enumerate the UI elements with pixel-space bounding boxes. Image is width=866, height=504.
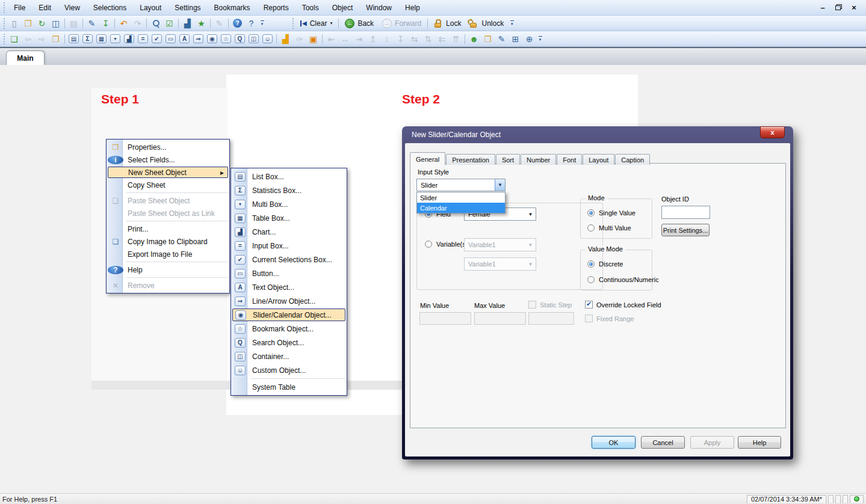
table-viewer-icon[interactable]: ⊞: [509, 32, 522, 46]
menu-item-copy-sheet[interactable]: Copy Sheet: [107, 179, 229, 191]
chart-icon[interactable]: ▟: [122, 32, 136, 46]
menu-selections[interactable]: Selections: [87, 1, 133, 14]
document-properties-icon[interactable]: ❐: [481, 32, 495, 46]
submenu-item-current-selections-box[interactable]: ✔ Current Selections Box...: [231, 253, 347, 266]
toolbar-grip[interactable]: [291, 18, 295, 29]
edit-sheet-properties-icon[interactable]: ✎: [85, 17, 99, 30]
print-icon[interactable]: ▤: [67, 17, 81, 30]
tab-number[interactable]: Number: [521, 154, 556, 165]
input-box-icon[interactable]: =: [136, 32, 150, 46]
submenu-item-custom-object[interactable]: ☺ Custom Object...: [231, 363, 347, 377]
menu-item-new-sheet-object[interactable]: New Sheet Object: [108, 167, 228, 178]
quick-chart-wizard-icon[interactable]: ▟: [279, 32, 292, 46]
submenu-item-system-table[interactable]: System Table: [231, 380, 347, 394]
single-value-radio[interactable]: Single Value: [587, 209, 636, 217]
search-object-icon[interactable]: Q: [233, 32, 247, 46]
undo-layout-icon[interactable]: ↶: [117, 17, 131, 30]
list-box-icon[interactable]: ▤: [67, 32, 81, 46]
menu-item-properties[interactable]: ❐ Properties...: [107, 141, 229, 153]
menu-object[interactable]: Object: [326, 1, 360, 14]
new-document-icon[interactable]: ▯: [7, 17, 21, 30]
menu-help[interactable]: Help: [398, 1, 427, 14]
text-object-icon[interactable]: A: [178, 32, 191, 46]
option-slider[interactable]: Slider: [417, 192, 505, 203]
variables-radio[interactable]: Variable(s): [425, 241, 468, 248]
whats-this-icon[interactable]: ?: [244, 17, 258, 30]
button-icon[interactable]: ▭: [164, 32, 178, 46]
submenu-item-line-arrow-object[interactable]: ⇒ Line/Arrow Object...: [231, 294, 347, 308]
sheet-properties-icon[interactable]: ❐: [49, 32, 63, 46]
tab-sort[interactable]: Sort: [496, 154, 520, 165]
demote-sheet-icon[interactable]: ⇨: [35, 32, 49, 46]
submenu-item-container[interactable]: ◫ Container...: [231, 349, 347, 363]
submenu-item-button[interactable]: ▭ Button...: [231, 266, 347, 280]
promote-sheet-icon[interactable]: ⇦: [21, 32, 35, 46]
custom-object-icon[interactable]: ☺: [261, 32, 274, 46]
menu-item-export-image-to-file[interactable]: Export Image to File: [107, 248, 229, 260]
multi-box-icon[interactable]: ▼: [108, 32, 122, 46]
submenu-item-search-object[interactable]: Q Search Object...: [231, 336, 347, 349]
quick-chart-icon[interactable]: ▟: [181, 17, 194, 30]
add-bookmark-icon[interactable]: ★: [194, 17, 208, 30]
print-settings-button[interactable]: Print Settings...: [661, 224, 710, 236]
menu-bookmarks[interactable]: Bookmarks: [208, 1, 257, 14]
menu-item-select-fields[interactable]: i Select Fields...: [107, 153, 229, 166]
override-locked-field-checkbox[interactable]: Override Locked Field: [585, 301, 661, 309]
toolbar-overflow-chevron[interactable]: [258, 17, 266, 30]
align-bottom-icon[interactable]: ↧: [394, 32, 407, 46]
format-painter-icon[interactable]: ✑: [292, 32, 306, 46]
menu-item-print[interactable]: Print...: [107, 223, 229, 235]
toolbar-grip[interactable]: [2, 34, 6, 45]
edit-note-icon[interactable]: ✎: [212, 17, 226, 30]
input-style-combobox[interactable]: Slider ▼: [416, 179, 506, 191]
menu-layout[interactable]: Layout: [133, 1, 168, 14]
sheet-tab-main[interactable]: Main: [6, 51, 45, 65]
menu-reports[interactable]: Reports: [257, 1, 295, 14]
toolbar-overflow-chevron[interactable]: [508, 17, 516, 30]
new-sheet-icon[interactable]: ❏: [7, 32, 21, 46]
submenu-item-multi-box[interactable]: ▼ Multi Box...: [231, 197, 347, 211]
current-selections-icon[interactable]: ☑: [162, 17, 176, 30]
toolbar-grip[interactable]: [2, 18, 6, 29]
menu-file[interactable]: File: [7, 1, 32, 14]
web-view-icon[interactable]: ⊕: [522, 32, 536, 46]
current-selections-box-icon[interactable]: ✔: [150, 32, 164, 46]
menu-item-help[interactable]: ? Help: [107, 263, 229, 276]
dialog-close-button[interactable]: x: [760, 126, 785, 138]
restore-button[interactable]: [834, 3, 843, 12]
menu-view[interactable]: View: [58, 1, 87, 14]
tab-caption[interactable]: Caption: [615, 154, 650, 165]
tab-layout[interactable]: Layout: [583, 154, 614, 165]
discrete-radio[interactable]: Discrete: [587, 260, 623, 268]
combo-dropdown-icon[interactable]: ▼: [495, 179, 505, 191]
user-preferences-icon[interactable]: ☻: [467, 32, 481, 46]
back-button[interactable]: ← Back: [341, 17, 378, 30]
submenu-item-bookmark-object[interactable]: ☆ Bookmark Object...: [231, 322, 347, 336]
space-vertical-icon[interactable]: ⇅: [421, 32, 435, 46]
reload-icon[interactable]: ↻: [35, 17, 49, 30]
unlock-button[interactable]: Unlock: [465, 17, 508, 30]
menu-settings[interactable]: Settings: [168, 1, 207, 14]
clear-button[interactable]: ◀ Clear ▾: [296, 17, 336, 30]
align-right-icon[interactable]: ⇥: [352, 32, 366, 46]
combo-dropdown-icon[interactable]: ▼: [525, 208, 536, 220]
adjust-left-icon[interactable]: ⇇: [435, 32, 449, 46]
lock-button[interactable]: Lock: [430, 17, 465, 30]
tab-font[interactable]: Font: [557, 154, 582, 165]
menu-window[interactable]: Window: [359, 1, 398, 14]
tab-general[interactable]: General: [410, 152, 445, 165]
submenu-item-text-object[interactable]: A Text Object...: [231, 280, 347, 294]
edit-module-icon[interactable]: ✎: [495, 32, 509, 46]
center-horizontal-icon[interactable]: ↔: [338, 32, 352, 46]
line-arrow-icon[interactable]: ⇒: [191, 32, 205, 46]
tab-presentation[interactable]: Presentation: [446, 154, 495, 165]
slider-object-icon[interactable]: ◉: [205, 32, 219, 46]
menu-tools[interactable]: Tools: [295, 1, 326, 14]
continuous-numeric-radio[interactable]: Continuous/Numeric: [587, 276, 659, 283]
save-icon[interactable]: ◫: [49, 17, 63, 30]
help-icon[interactable]: ?: [230, 19, 244, 28]
object-id-input[interactable]: [661, 206, 710, 219]
ok-button[interactable]: OK: [592, 436, 636, 449]
container-icon[interactable]: ◫: [247, 32, 261, 46]
design-grid-icon[interactable]: ▣: [306, 32, 320, 46]
